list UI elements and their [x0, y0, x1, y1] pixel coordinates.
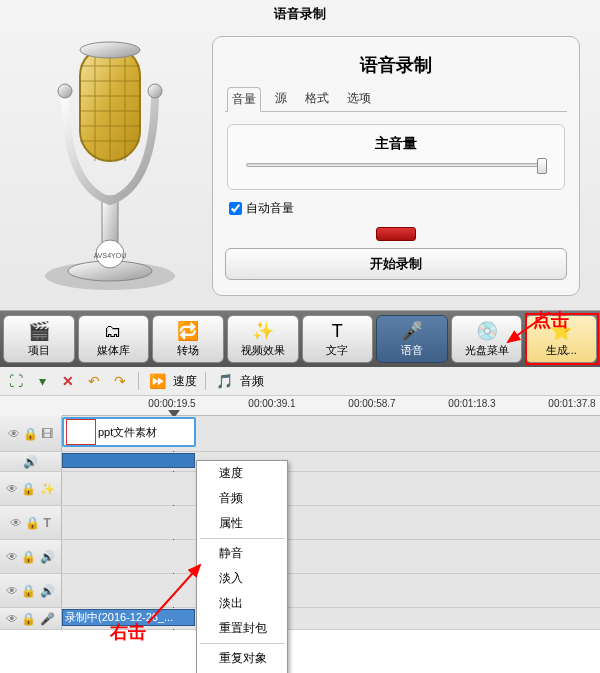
auto-volume-row[interactable]: 自动音量 [229, 200, 563, 217]
toolbar-icon: 🎬 [28, 321, 50, 341]
toolbar-label: 项目 [28, 343, 50, 358]
mic-track-head[interactable]: 👁 🔒 🎤 [0, 608, 62, 629]
timeline-area: ⛶ ▾ ✕ ↶ ↷ ⏩ 速度 🎵 音频 00:00:19.500:00:39.1… [0, 367, 600, 630]
slider-title: 主音量 [242, 135, 550, 153]
time-ruler[interactable]: 00:00:19.500:00:39.100:00:58.700:01:18.3… [62, 396, 600, 416]
ctx-重复对象[interactable]: 重复对象 [197, 646, 287, 671]
start-record-button[interactable]: 开始录制 [225, 248, 567, 280]
toolbar-label: 转场 [177, 343, 199, 358]
toolbar-icon: ✨ [252, 321, 274, 341]
speed-label[interactable]: 速度 [173, 373, 197, 390]
ctx-速度[interactable]: 速度 [197, 461, 287, 486]
ctx-音频[interactable]: 音频 [197, 486, 287, 511]
toolbar-文字[interactable]: T文字 [302, 315, 374, 363]
ruler-label: 00:01:18.3 [448, 398, 495, 409]
ctx-separator [200, 643, 284, 644]
toolbar-icon: 🔁 [177, 321, 199, 341]
audio-label[interactable]: 音频 [240, 373, 264, 390]
svg-text:AVS4YOU: AVS4YOU [94, 252, 127, 259]
toolbar-icon: ⭐ [550, 321, 572, 341]
microphone-image: AVS4YOU [20, 36, 200, 296]
redo-icon[interactable]: ↷ [110, 372, 130, 390]
undo-icon[interactable]: ↶ [84, 372, 104, 390]
toolbar-label: 生成... [546, 343, 577, 358]
toolbar-icon: 🗂 [104, 321, 122, 341]
tab-options[interactable]: 选项 [343, 87, 375, 111]
video-clip-label: ppt文件素材 [98, 425, 157, 440]
speaker-icon: 🔊 [23, 455, 38, 469]
toolbar-label: 媒体库 [97, 343, 130, 358]
zoom-icon[interactable]: ▾ [32, 372, 52, 390]
panel-title: 语音录制 [225, 53, 567, 77]
toolbar-媒体库[interactable]: 🗂媒体库 [78, 315, 150, 363]
svg-point-17 [80, 42, 140, 58]
speed-icon[interactable]: ⏩ [147, 372, 167, 390]
ctx-淡入[interactable]: 淡入 [197, 566, 287, 591]
video-track-head[interactable]: 👁 🔒 🎞 [0, 416, 62, 451]
audio-sub-head[interactable]: 🔊 [0, 452, 62, 471]
toolbar-光盘菜单[interactable]: 💿光盘菜单 [451, 315, 523, 363]
dialog-title: 语音录制 [0, 0, 600, 28]
fx-track-head[interactable]: 👁 🔒 ✨ [0, 472, 62, 505]
film-icon: 🎞 [41, 427, 53, 441]
toolbar-icon: 🎤 [401, 321, 423, 341]
delete-icon[interactable]: ✕ [58, 372, 78, 390]
toolbar-转场[interactable]: 🔁转场 [152, 315, 224, 363]
toolbar-生成...[interactable]: ⭐生成... [525, 315, 597, 363]
toolbar-项目[interactable]: 🎬项目 [3, 315, 75, 363]
audio-icon[interactable]: 🎵 [214, 372, 234, 390]
ruler-label: 00:00:19.5 [148, 398, 195, 409]
auto-volume-label: 自动音量 [246, 200, 294, 217]
video-clip[interactable]: ppt文件素材 [62, 417, 196, 447]
audio2-track-head[interactable]: 👁 🔒 🔊 [0, 540, 62, 573]
ruler-label: 00:00:39.1 [248, 398, 295, 409]
auto-volume-checkbox[interactable] [229, 202, 242, 215]
toolbar-label: 光盘菜单 [465, 343, 509, 358]
ctx-separator [200, 538, 284, 539]
ruler-label: 00:01:37.8 [548, 398, 595, 409]
tab-source[interactable]: 源 [271, 87, 291, 111]
record-indicator-icon [376, 227, 416, 241]
audio3-track-head[interactable]: 👁 🔒 🔊 [0, 574, 62, 607]
toolbar-label: 文字 [326, 343, 348, 358]
voice-record-dialog: 语音录制 AVS4YOU [0, 0, 600, 311]
tab-volume[interactable]: 音量 [227, 87, 261, 112]
timeline-toolbar: ⛶ ▾ ✕ ↶ ↷ ⏩ 速度 🎵 音频 [0, 367, 600, 396]
main-toolbar: 🎬项目🗂媒体库🔁转场✨视频效果T文字🎤语音💿光盘菜单⭐生成... [0, 311, 600, 367]
ctx-属性[interactable]: 属性 [197, 511, 287, 536]
text-track-head[interactable]: 👁 🔒 T [0, 506, 62, 539]
toolbar-label: 视频效果 [241, 343, 285, 358]
tab-bar: 音量 源 格式 选项 [225, 87, 567, 112]
volume-slider[interactable] [246, 163, 546, 167]
toolbar-label: 语音 [401, 343, 423, 358]
record-panel: 语音录制 音量 源 格式 选项 主音量 自动音量 开始录制 [212, 36, 580, 296]
toolbar-视频效果[interactable]: ✨视频效果 [227, 315, 299, 363]
ctx-静音[interactable]: 静音 [197, 541, 287, 566]
toolbar-icon: 💿 [476, 321, 498, 341]
tracks: 👁 🔒 🎞 ppt文件素材 🔊 👁 🔒 ✨ 👁 🔒 T 👁 🔒 🔊 👁 🔒 🔊 … [0, 416, 600, 630]
zoom-fit-icon[interactable]: ⛶ [6, 372, 26, 390]
context-menu: ✕ 速度音频属性静音淡入淡出重置封包重复对象删除对象 [196, 460, 288, 673]
toolbar-icon: T [332, 321, 343, 341]
slider-thumb[interactable] [537, 158, 547, 174]
recording-clip[interactable]: 录制中(2016-12-26_... [62, 609, 195, 626]
audio-waveform-clip[interactable] [62, 453, 195, 468]
toolbar-语音[interactable]: 🎤语音 [376, 315, 448, 363]
ruler-label: 00:00:58.7 [348, 398, 395, 409]
tab-format[interactable]: 格式 [301, 87, 333, 111]
svg-point-5 [58, 84, 72, 98]
clip-thumbnail [66, 419, 96, 445]
volume-box: 主音量 [227, 124, 565, 190]
svg-point-6 [148, 84, 162, 98]
ctx-重置封包[interactable]: 重置封包 [197, 616, 287, 641]
ctx-淡出[interactable]: 淡出 [197, 591, 287, 616]
